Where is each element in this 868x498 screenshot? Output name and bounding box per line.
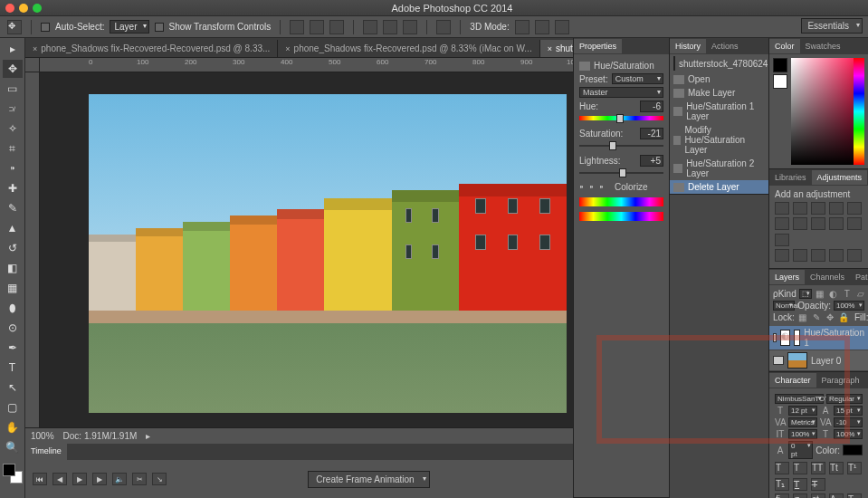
font-family-dropdown[interactable]: NimbusSanTOTCon xyxy=(775,394,824,404)
tab-paragraph[interactable]: Paragraph xyxy=(816,373,865,388)
lightness-slider[interactable] xyxy=(579,169,663,177)
opentype-icon[interactable]: T xyxy=(847,493,862,498)
fg-swatch[interactable] xyxy=(773,58,787,72)
zoom-tool-icon[interactable]: 🔍 xyxy=(3,438,23,456)
color-balance-icon[interactable] xyxy=(793,217,807,230)
arrange-icon[interactable] xyxy=(436,20,451,34)
tab-channels[interactable]: Channels xyxy=(805,270,850,284)
visibility-icon[interactable] xyxy=(773,356,784,365)
hue-slider[interactable] xyxy=(579,115,663,122)
crop-tool-icon[interactable]: ⌗ xyxy=(3,139,23,158)
bg-swatch[interactable] xyxy=(773,74,787,89)
invert-icon[interactable] xyxy=(775,249,789,262)
history-item[interactable]: Delete Layer xyxy=(670,180,768,194)
zoom-level[interactable]: 100% xyxy=(31,431,54,441)
workspace-switcher[interactable]: Essentials xyxy=(801,18,863,34)
ruler-vertical[interactable] xyxy=(25,72,40,427)
brightness-icon[interactable] xyxy=(775,202,789,215)
hand-tool-icon[interactable]: ✋ xyxy=(3,418,23,436)
lock-icon[interactable]: ▦ xyxy=(797,312,808,322)
split-icon[interactable]: ✂ xyxy=(132,473,147,485)
align-icon[interactable] xyxy=(329,20,344,34)
document-tab[interactable]: ×phone_Shadows fix-Recovered.psd @ 8.33%… xyxy=(278,40,539,57)
distribute-icon[interactable] xyxy=(403,20,417,34)
lock-icon[interactable]: ✎ xyxy=(811,312,822,322)
align-icon[interactable] xyxy=(310,20,324,34)
path-tool-icon[interactable]: ↖ xyxy=(3,378,23,397)
pen-tool-icon[interactable]: ✒ xyxy=(3,339,23,357)
layer-name[interactable]: Layer 0 xyxy=(811,356,841,366)
document-tab[interactable]: ×phone_Shadows fix-Recovered-Recovered.p… xyxy=(25,40,278,57)
mode3d-icon[interactable] xyxy=(515,20,529,34)
brush-tool-icon[interactable]: ✎ xyxy=(3,199,23,217)
tab-layers[interactable]: Layers xyxy=(769,270,805,284)
color-swatches[interactable] xyxy=(3,464,23,484)
tab-timeline[interactable]: Timeline xyxy=(25,444,67,460)
font-size-field[interactable]: 12 pt xyxy=(788,406,817,416)
eyedropper-minus-icon[interactable]: ⁍ xyxy=(599,182,604,192)
blur-tool-icon[interactable]: ⬮ xyxy=(3,299,23,317)
threshold-icon[interactable] xyxy=(811,249,825,262)
gradient-map-icon[interactable] xyxy=(829,249,844,262)
levels-icon[interactable] xyxy=(793,202,807,215)
eyedropper-icon[interactable]: ⁍ xyxy=(579,182,584,192)
close-window-icon[interactable] xyxy=(5,4,14,13)
filter-icon[interactable]: ▱ xyxy=(855,289,866,299)
hue-sat-icon[interactable] xyxy=(775,217,789,230)
marquee-tool-icon[interactable]: ▭ xyxy=(3,80,23,98)
chevron-right-icon[interactable]: ▸ xyxy=(146,431,150,441)
history-item[interactable]: Modify Hue/Saturation Layer xyxy=(670,123,768,157)
wand-tool-icon[interactable]: ✧ xyxy=(3,120,23,138)
curves-icon[interactable] xyxy=(811,202,825,215)
next-frame-icon[interactable]: ▶ xyxy=(92,473,107,485)
lightness-value[interactable]: +5 xyxy=(640,155,663,167)
preset-dropdown[interactable]: Custom xyxy=(612,73,663,84)
filter-icon[interactable]: ◐ xyxy=(828,289,839,299)
tracking-field[interactable]: -10 xyxy=(834,417,863,427)
opentype-icon[interactable]: fi xyxy=(775,493,789,498)
zoom-window-icon[interactable] xyxy=(33,4,42,13)
lock-icon[interactable]: 🔒 xyxy=(838,312,849,322)
stamp-tool-icon[interactable]: ▲ xyxy=(3,219,23,237)
lasso-tool-icon[interactable]: ⟉ xyxy=(3,100,23,118)
shape-tool-icon[interactable]: ▢ xyxy=(3,398,23,417)
opacity-field[interactable]: 100% xyxy=(834,301,864,311)
vibrance-icon[interactable] xyxy=(847,202,862,215)
doc-size[interactable]: Doc: 1.91M/1.91M xyxy=(63,431,138,441)
selective-color-icon[interactable] xyxy=(847,249,862,262)
tab-color[interactable]: Color xyxy=(769,39,800,53)
ruler-origin[interactable] xyxy=(25,58,40,72)
superscript-icon[interactable]: T¹ xyxy=(847,462,862,474)
history-item[interactable]: Hue/Saturation 2 Layer xyxy=(670,157,768,180)
canvas-area[interactable]: 0 100 200 300 400 500 600 700 800 900 10… xyxy=(25,58,573,427)
lock-icon[interactable]: ✥ xyxy=(825,312,835,322)
history-snapshot[interactable]: shutterstock_478062454.jpg xyxy=(670,54,768,72)
faux-bold-icon[interactable]: T xyxy=(775,462,789,474)
play-icon[interactable]: ▶ xyxy=(72,473,87,485)
layer-row[interactable]: ◐Hue/Saturation 1 xyxy=(769,326,868,350)
kind-dropdown[interactable]: ⬚ xyxy=(799,289,812,299)
distribute-icon[interactable] xyxy=(363,20,377,34)
eyedropper-tool-icon[interactable]: ⁍ xyxy=(3,159,23,177)
font-style-dropdown[interactable]: Regular xyxy=(826,394,863,404)
blend-mode-dropdown[interactable]: Normal xyxy=(773,301,795,311)
tab-swatches[interactable]: Swatches xyxy=(800,39,846,53)
kerning-field[interactable]: Metrics xyxy=(788,417,817,427)
saturation-slider[interactable] xyxy=(579,142,663,149)
history-item[interactable]: Open xyxy=(670,72,768,86)
leading-field[interactable]: 15 pt xyxy=(834,406,863,416)
dodge-tool-icon[interactable]: ⊙ xyxy=(3,319,23,337)
vscale-field[interactable]: 100% xyxy=(788,429,817,439)
exposure-icon[interactable] xyxy=(829,202,844,215)
tab-history[interactable]: History xyxy=(670,39,706,53)
auto-select-dropdown[interactable]: Layer xyxy=(110,20,148,34)
tab-adjustments[interactable]: Adjustments xyxy=(812,170,868,185)
tab-paths[interactable]: Paths xyxy=(850,270,868,284)
hue-column[interactable] xyxy=(854,58,864,165)
history-brush-tool-icon[interactable]: ↺ xyxy=(3,239,23,257)
hue-value[interactable]: -6 xyxy=(640,101,663,112)
channel-dropdown[interactable]: Master xyxy=(579,87,663,98)
bw-icon[interactable] xyxy=(811,217,825,230)
layer-row[interactable]: Layer 0 xyxy=(769,350,868,371)
history-item[interactable]: Make Layer xyxy=(670,86,768,100)
